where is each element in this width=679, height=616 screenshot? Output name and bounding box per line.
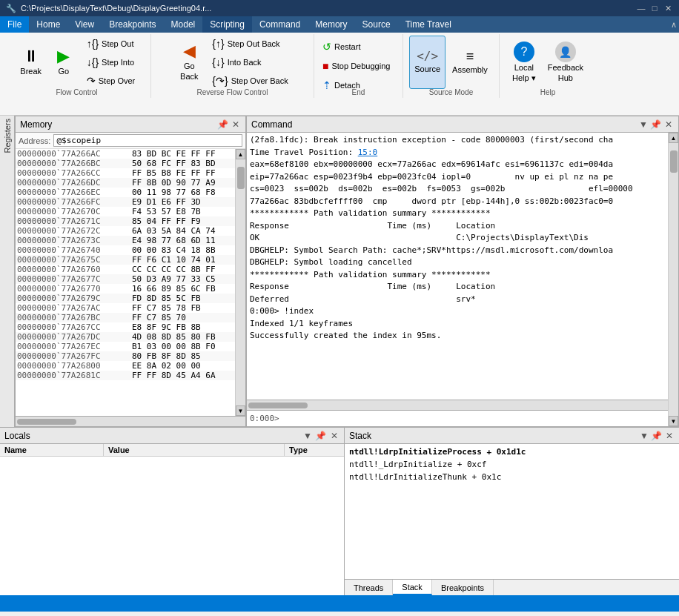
step-over-back-icon: {↷} <box>212 75 228 87</box>
memory-scroll-up[interactable]: ▲ <box>236 149 245 159</box>
help-label: Help <box>500 88 596 96</box>
restart-button[interactable]: ↺ Restart <box>319 39 398 55</box>
step-into-button[interactable]: ↓{} Step Into <box>83 54 139 70</box>
tab-threads[interactable]: Threads <box>345 580 393 595</box>
stop-debugging-button[interactable]: ■ Stop Debugging <box>319 58 398 74</box>
stack-pin[interactable]: 📌 <box>651 431 662 441</box>
menu-scripting[interactable]: Scripting <box>202 16 252 33</box>
memory-scroll-thumb[interactable] <box>237 167 245 189</box>
menu-time-travel[interactable]: Time Travel <box>398 16 459 33</box>
memory-hscroll-thumb[interactable] <box>17 419 76 425</box>
table-row: 00000000`77A26800 EE 8A 02 00 00 <box>16 361 235 371</box>
table-row: 00000000`77A266CC FF B5 B8 FE FF FF <box>16 168 235 178</box>
table-row: 00000000`77A266FC E9 D1 E6 FF 3D <box>16 197 235 207</box>
step-over-button[interactable]: ↷ Step Over <box>83 73 139 89</box>
into-back-button[interactable]: {↓} Into Back <box>208 54 291 70</box>
memory-address-input[interactable] <box>53 134 242 147</box>
locals-pin[interactable]: 📌 <box>315 431 326 441</box>
stack-dropdown[interactable]: ▼ <box>640 431 649 441</box>
restore-button[interactable]: □ <box>649 3 660 13</box>
table-row: 00000000`77A26740 00 00 83 C4 18 8B <box>16 245 235 255</box>
go-button[interactable]: ▶ Go <box>47 36 80 89</box>
ribbon: ⏸ Break ▶ Go ↑{} Step Out ↓{} Step Into <box>0 33 679 116</box>
go-label: Go <box>58 66 69 76</box>
cmd-line-17: Deferred srv* <box>250 294 665 306</box>
go-back-button[interactable]: ◀ GoBack <box>173 36 205 89</box>
step-out-back-label: Step Out Back <box>228 39 280 48</box>
table-row: 00000000`77A267AC FF C7 85 78 FB <box>16 303 235 313</box>
time-travel-link[interactable]: 15:0 <box>358 148 378 157</box>
command-panel-pin[interactable]: 📌 <box>650 119 661 130</box>
source-button[interactable]: </> Source <box>409 36 446 89</box>
menu-source[interactable]: Source <box>355 16 398 33</box>
memory-panel-pin[interactable]: 📌 <box>217 119 228 130</box>
stack-panel-title: Stack <box>349 431 371 441</box>
memory-hscrollbar[interactable] <box>16 416 245 426</box>
tab-stack[interactable]: Stack <box>393 580 432 595</box>
close-button[interactable]: ✕ <box>663 3 673 13</box>
tab-breakpoints[interactable]: Breakpoints <box>432 580 494 595</box>
menu-bar: File Home View Breakpoints Model Scripti… <box>0 16 679 33</box>
break-label: Break <box>20 66 42 76</box>
step-out-label: Step Out <box>102 39 133 48</box>
list-item[interactable]: ntdll!_LdrpInitialize + 0xcf <box>348 458 676 471</box>
table-row: 00000000`77A266EC 00 11 98 77 68 F8 <box>16 188 235 197</box>
command-scroll-up[interactable]: ▲ <box>669 133 678 143</box>
into-back-label: Into Back <box>228 58 262 67</box>
menu-model[interactable]: Model <box>164 16 203 33</box>
local-help-label: LocalHelp ▾ <box>512 62 536 84</box>
memory-panel-close[interactable]: ✕ <box>231 119 241 130</box>
table-row: 00000000`77A267DC 4D 08 8D 85 80 FB <box>16 332 235 342</box>
step-out-back-button[interactable]: {↑} Step Out Back <box>208 36 291 52</box>
memory-vscrollbar[interactable]: ▲ ▼ <box>235 149 245 416</box>
cmd-line-18: 0:000> !index <box>250 305 665 318</box>
app-icon: 🔧 <box>6 4 16 13</box>
command-hscrollbar[interactable] <box>247 400 668 410</box>
table-row: 00000000`77A2673C E4 98 77 68 6D 11 <box>16 236 235 245</box>
table-row: 00000000`77A266DC FF 8B 0D 90 77 A9 <box>16 178 235 188</box>
menu-view[interactable]: View <box>67 16 102 33</box>
memory-panel-title: Memory <box>20 119 52 130</box>
locals-table-header: Name Value Type <box>0 444 344 457</box>
step-over-back-button[interactable]: {↷} Step Over Back <box>208 73 291 89</box>
command-hscroll-thumb[interactable] <box>248 403 308 408</box>
locals-dropdown[interactable]: ▼ <box>303 431 312 441</box>
table-row: 00000000`77A2681C FF FF 8D 45 A4 6A <box>16 371 235 380</box>
feedback-hub-button[interactable]: 👤 FeedbackHub <box>543 36 589 89</box>
menu-home[interactable]: Home <box>29 16 67 33</box>
list-item[interactable]: ntdll!LdrpInitializeProcess + 0x1d1c <box>348 446 676 458</box>
assembly-button[interactable]: ≡ Assembly <box>447 36 493 89</box>
minimize-button[interactable]: — <box>636 3 646 13</box>
step-out-button[interactable]: ↑{} Step Out <box>83 36 139 52</box>
memory-scroll-down[interactable]: ▼ <box>236 405 245 416</box>
registers-label[interactable]: Registers <box>3 119 12 153</box>
command-input[interactable] <box>281 414 665 423</box>
local-help-button[interactable]: ? LocalHelp ▾ <box>507 36 541 89</box>
list-item[interactable]: ntdll!LdrInitializeThunk + 0x1c <box>348 471 676 483</box>
menu-command[interactable]: Command <box>252 16 308 33</box>
break-button[interactable]: ⏸ Break <box>15 36 47 89</box>
menu-breakpoints[interactable]: Breakpoints <box>102 16 163 33</box>
command-scroll-thumb[interactable] <box>670 150 678 173</box>
ribbon-group-flow-control: ⏸ Break ▶ Go ↑{} Step Out ↓{} Step Into <box>3 34 151 98</box>
locals-panel-header: Locals ▼ 📌 ✕ <box>0 428 344 444</box>
stack-tabs: Threads Stack Breakpoints <box>345 579 679 595</box>
end-label: End <box>314 88 403 96</box>
stack-panel-close[interactable]: ✕ <box>664 431 675 441</box>
memory-panel-header: Memory 📌 ✕ <box>16 116 245 133</box>
locals-panel-close[interactable]: ✕ <box>329 431 340 441</box>
ribbon-collapse-button[interactable]: ∧ <box>669 19 679 30</box>
command-panel-close[interactable]: ✕ <box>663 119 674 130</box>
command-vscrollbar[interactable]: ▲ ▼ <box>668 133 678 426</box>
table-row: 00000000`77A26770 16 66 89 85 6C FB <box>16 284 235 294</box>
table-row: 00000000`77A266AC 83 BD BC FE FF FF <box>16 149 235 159</box>
table-row: 00000000`77A267CC E8 8F 9C FB 8B <box>16 322 235 332</box>
locals-panel: Locals ▼ 📌 ✕ Name Value Type <box>0 428 345 595</box>
command-panel-dropdown[interactable]: ▼ <box>639 119 648 130</box>
memory-panel: Memory 📌 ✕ Address: 00000000`77A266AC 83… <box>15 116 246 427</box>
command-scroll-down[interactable]: ▼ <box>669 416 678 426</box>
menu-file[interactable]: File <box>0 16 29 33</box>
step-over-label: Step Over <box>99 76 136 85</box>
menu-memory[interactable]: Memory <box>308 16 354 33</box>
table-row: 00000000`77A2679C FD 8D 85 5C FB <box>16 294 235 303</box>
